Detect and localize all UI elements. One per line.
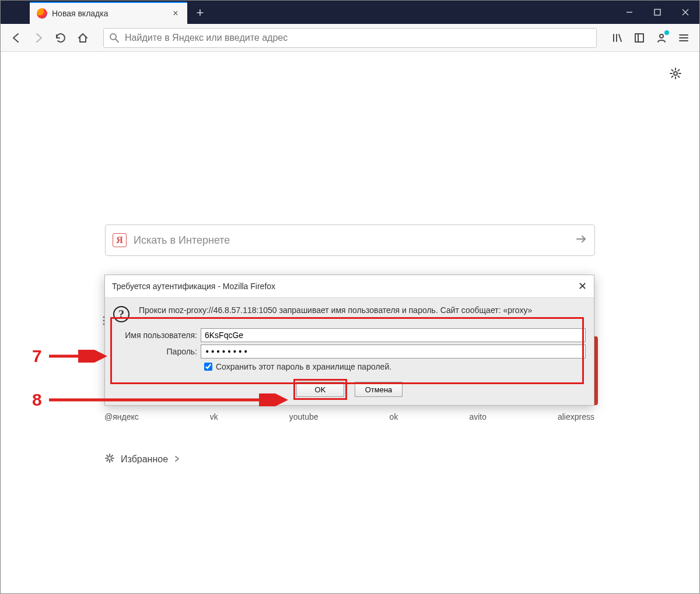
topsite-ok[interactable]: ok	[390, 412, 398, 421]
home-button[interactable]	[73, 28, 93, 48]
topsite-vk[interactable]: vk	[210, 412, 218, 421]
auth-dialog: Требуется аутентификация - Mozilla Firef…	[104, 275, 594, 406]
page-settings-button[interactable]	[669, 67, 682, 82]
svg-rect-1	[654, 9, 660, 15]
center-search-placeholder: Искать в Интернете	[134, 234, 575, 247]
svg-point-11	[660, 34, 663, 38]
topsite-aliexpress[interactable]: aliexpress	[558, 412, 594, 421]
topsite-avito[interactable]: avito	[469, 412, 487, 421]
arrow-right-icon[interactable]	[575, 233, 587, 248]
tab-close-icon[interactable]: ×	[171, 9, 180, 18]
new-tab-button[interactable]: +	[191, 3, 209, 22]
save-password-label: Сохранить этот пароль в хранилище пароле…	[216, 362, 391, 371]
firefox-icon	[37, 8, 47, 19]
topsite-yandex[interactable]: @яндекс	[104, 412, 139, 421]
urlbar-input[interactable]	[125, 33, 592, 43]
forward-button[interactable]	[29, 28, 48, 48]
sidebar-button[interactable]	[629, 28, 649, 48]
browser-tab[interactable]: Новая вкладка ×	[30, 2, 187, 24]
urlbar[interactable]	[103, 28, 597, 48]
yandex-icon: Я	[113, 233, 127, 247]
center-search-box[interactable]: Я Искать в Интернете	[105, 224, 595, 256]
library-button[interactable]	[607, 28, 627, 48]
dialog-title: Требуется аутентификация - Mozilla Firef…	[112, 282, 275, 291]
account-button[interactable]	[652, 28, 671, 48]
chevron-right-icon	[174, 455, 181, 464]
topsite-youtube[interactable]: youtube	[289, 412, 318, 421]
dialog-close-button[interactable]: ✕	[578, 280, 587, 293]
annotation-7: 7	[30, 346, 107, 366]
annotation-8-label: 8	[30, 390, 44, 410]
window-close-button[interactable]	[671, 1, 699, 24]
question-icon: ?	[113, 306, 130, 322]
sparkle-icon	[104, 453, 115, 466]
reload-button[interactable]	[51, 28, 71, 48]
window-minimize-button[interactable]	[615, 1, 643, 24]
notification-dot-icon	[664, 30, 669, 35]
favorites-label: Избранное	[121, 454, 168, 465]
svg-rect-9	[635, 34, 643, 42]
navbar	[1, 24, 699, 52]
password-input[interactable]	[201, 345, 586, 358]
topsites-row: @яндекс vk youtube ok avito aliexpress	[104, 412, 594, 421]
username-label: Имя пользователя:	[113, 331, 201, 340]
svg-point-15	[674, 72, 677, 75]
username-input[interactable]	[201, 328, 586, 342]
new-tab-page: Я Искать в Интернете @яндекс vk youtube …	[1, 52, 699, 593]
password-label: Пароль:	[113, 347, 201, 356]
svg-line-5	[116, 39, 118, 42]
ok-button[interactable]: OK	[296, 382, 344, 397]
titlebar: Новая вкладка × +	[1, 1, 699, 24]
menu-button[interactable]	[674, 28, 694, 48]
svg-line-8	[619, 34, 621, 41]
favorites-section[interactable]: Избранное	[104, 453, 181, 466]
search-icon	[108, 32, 120, 44]
window-maximize-button[interactable]	[643, 1, 671, 24]
back-button[interactable]	[6, 28, 26, 48]
cancel-button[interactable]: Отмена	[355, 382, 402, 397]
tab-title: Новая вкладка	[52, 9, 171, 18]
save-password-checkbox[interactable]	[204, 363, 212, 371]
dialog-message: Прокси moz-proxy://46.8.57.118:1050 запр…	[139, 305, 586, 322]
annotation-7-label: 7	[30, 346, 44, 366]
